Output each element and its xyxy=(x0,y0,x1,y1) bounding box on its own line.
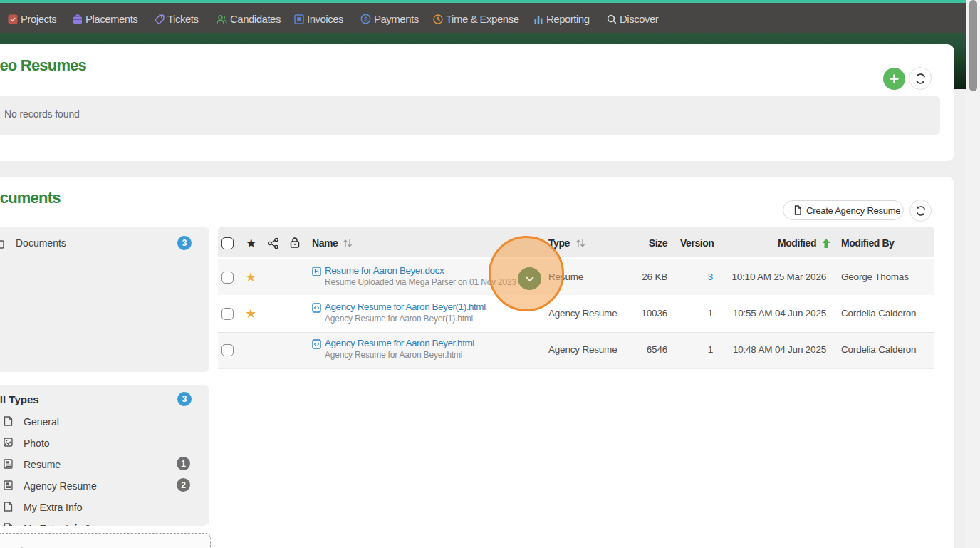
svg-text:$: $ xyxy=(364,16,368,23)
